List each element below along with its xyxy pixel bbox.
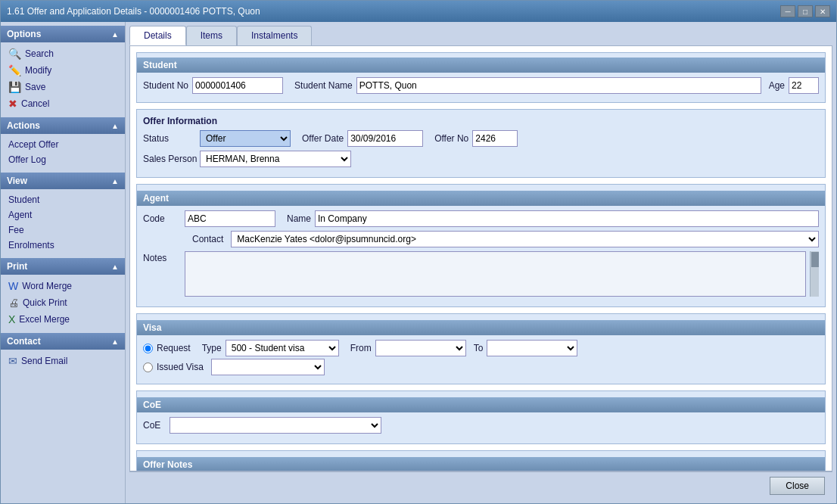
offer-no-label: Offer No bbox=[434, 133, 468, 144]
sidebar-item-fee[interactable]: Fee bbox=[1, 222, 125, 238]
age-input[interactable] bbox=[789, 77, 819, 94]
actions-section-header[interactable]: Actions ▲ bbox=[1, 117, 125, 134]
visa-section-header: Visa bbox=[137, 320, 825, 335]
bottom-bar: Close bbox=[129, 471, 832, 499]
print-arrow-icon: ▲ bbox=[111, 263, 119, 271]
visa-issued-row: Issued Visa bbox=[143, 359, 819, 375]
sidebar-item-enrolments[interactable]: Enrolments bbox=[1, 238, 125, 253]
agent-label: Agent bbox=[8, 210, 32, 220]
contact-section-header[interactable]: Contact ▲ bbox=[1, 333, 125, 350]
student-section: Student Student No Student Name Age bbox=[136, 52, 826, 103]
notes-textarea[interactable] bbox=[185, 251, 806, 297]
quick-print-label: Quick Print bbox=[23, 297, 67, 308]
cancel-icon: ✖ bbox=[8, 98, 17, 110]
save-icon: 💾 bbox=[8, 81, 21, 93]
sidebar-item-modify[interactable]: ✏️ Modify bbox=[1, 62, 125, 79]
notes-label: Notes bbox=[143, 251, 181, 263]
coe-row: CoE bbox=[143, 417, 819, 434]
request-radio[interactable] bbox=[143, 344, 153, 353]
sidebar-item-excel-merge[interactable]: X Excel Merge bbox=[1, 311, 125, 328]
code-label: Code bbox=[143, 213, 181, 224]
print-label: Print bbox=[7, 261, 27, 272]
excel-merge-label: Excel Merge bbox=[19, 314, 70, 325]
print-section-header[interactable]: Print ▲ bbox=[1, 258, 125, 275]
enrolments-label: Enrolments bbox=[8, 240, 54, 250]
sidebar-item-agent[interactable]: Agent bbox=[1, 207, 125, 222]
view-section-header[interactable]: View ▲ bbox=[1, 173, 125, 189]
view-arrow-icon: ▲ bbox=[111, 177, 119, 185]
sidebar: Options ▲ 🔍 Search ✏️ Modify 💾 Save ✖ bbox=[1, 22, 126, 503]
modify-icon: ✏️ bbox=[8, 64, 21, 76]
sidebar-item-student[interactable]: Student bbox=[1, 192, 125, 207]
offer-date-label: Offer Date bbox=[302, 133, 344, 144]
coe-select[interactable] bbox=[170, 417, 381, 434]
word-icon: W bbox=[8, 280, 18, 292]
close-window-button[interactable]: ✕ bbox=[815, 5, 830, 17]
sidebar-modify-label: Modify bbox=[25, 65, 51, 76]
window-title: 1.61 Offer and Application Details - 000… bbox=[7, 6, 260, 17]
right-panel: Details Items Instalments Student Stud bbox=[126, 22, 836, 503]
sidebar-item-search[interactable]: 🔍 Search bbox=[1, 45, 125, 62]
status-select[interactable]: Offer bbox=[200, 130, 291, 147]
print-items: W Word Merge 🖨 Quick Print X Excel Merge bbox=[1, 276, 125, 329]
visa-to-select[interactable] bbox=[487, 340, 577, 356]
issued-visa-radio[interactable] bbox=[143, 362, 153, 372]
student-no-input[interactable] bbox=[192, 77, 283, 94]
student-name-input[interactable] bbox=[356, 77, 761, 94]
tab-details[interactable]: Details bbox=[129, 26, 186, 45]
age-label: Age bbox=[769, 80, 785, 91]
visa-from-select[interactable] bbox=[375, 340, 466, 356]
options-section-header[interactable]: Options ▲ bbox=[1, 26, 125, 42]
from-label: From bbox=[350, 343, 372, 353]
contact-field-label: Contact bbox=[192, 234, 223, 244]
visa-section: Visa Request Type 500 - Student visa Fro… bbox=[136, 313, 826, 384]
student-section-header: Student bbox=[137, 58, 825, 73]
offer-info-title: Offer Information bbox=[143, 116, 819, 126]
tab-items[interactable]: Items bbox=[186, 26, 237, 45]
sidebar-item-word-merge[interactable]: W Word Merge bbox=[1, 278, 125, 294]
agent-name-input[interactable] bbox=[315, 210, 819, 227]
offer-status-row: Status Offer Offer Date Offer No bbox=[143, 130, 819, 147]
offer-date-input[interactable] bbox=[347, 130, 423, 147]
offer-notes-section-header: Offer Notes bbox=[137, 457, 825, 471]
main-content: Options ▲ 🔍 Search ✏️ Modify 💾 Save ✖ bbox=[1, 22, 836, 503]
sidebar-item-save[interactable]: 💾 Save bbox=[1, 79, 125, 95]
titlebar: 1.61 Offer and Application Details - 000… bbox=[1, 1, 836, 22]
sidebar-item-quick-print[interactable]: 🖨 Quick Print bbox=[1, 294, 125, 311]
send-email-label: Send Email bbox=[21, 356, 67, 366]
sidebar-item-accept-offer[interactable]: Accept Offer bbox=[1, 137, 125, 152]
sidebar-item-cancel[interactable]: ✖ Cancel bbox=[1, 95, 125, 112]
minimize-button[interactable]: ─ bbox=[780, 5, 795, 17]
contact-section-label: Contact bbox=[7, 336, 41, 347]
visa-type-select[interactable]: 500 - Student visa bbox=[226, 340, 339, 356]
view-label: View bbox=[7, 176, 27, 186]
tab-instalments[interactable]: Instalments bbox=[237, 26, 312, 45]
tabs: Details Items Instalments bbox=[129, 26, 832, 45]
sidebar-item-send-email[interactable]: ✉ Send Email bbox=[1, 353, 125, 369]
offer-no-input[interactable] bbox=[472, 130, 518, 147]
issued-visa-select[interactable] bbox=[211, 359, 325, 375]
excel-icon: X bbox=[8, 313, 15, 325]
agent-contact-select[interactable]: MacKenzie Yates <dolor@ipsumnuncid.org> bbox=[231, 231, 819, 247]
form-panel: Student Student No Student Name Age Offe… bbox=[129, 45, 832, 471]
close-button[interactable]: Close bbox=[770, 477, 825, 495]
maximize-button[interactable]: □ bbox=[798, 5, 813, 17]
sales-person-label: Sales Person bbox=[143, 154, 196, 164]
sales-person-select[interactable]: HERMAN, Brenna bbox=[200, 151, 351, 167]
main-window: 1.61 Offer and Application Details - 000… bbox=[0, 0, 837, 504]
window-controls: ─ □ ✕ bbox=[780, 5, 830, 17]
search-icon: 🔍 bbox=[8, 48, 21, 60]
actions-items: Accept Offer Offer Log bbox=[1, 135, 125, 169]
agent-code-input[interactable] bbox=[185, 210, 275, 227]
issued-visa-label: Issued Visa bbox=[157, 362, 204, 372]
agent-section-header: Agent bbox=[137, 191, 825, 206]
offer-notes-section: Offer Notes bbox=[136, 450, 826, 471]
sidebar-search-label: Search bbox=[25, 48, 54, 59]
fee-label: Fee bbox=[8, 225, 24, 235]
actions-label: Actions bbox=[7, 120, 40, 131]
options-arrow-icon: ▲ bbox=[111, 30, 119, 39]
coe-section: CoE CoE bbox=[136, 390, 826, 444]
sidebar-item-offer-log[interactable]: Offer Log bbox=[1, 152, 125, 167]
sidebar-save-label: Save bbox=[25, 82, 45, 92]
offer-log-label: Offer Log bbox=[8, 154, 46, 165]
